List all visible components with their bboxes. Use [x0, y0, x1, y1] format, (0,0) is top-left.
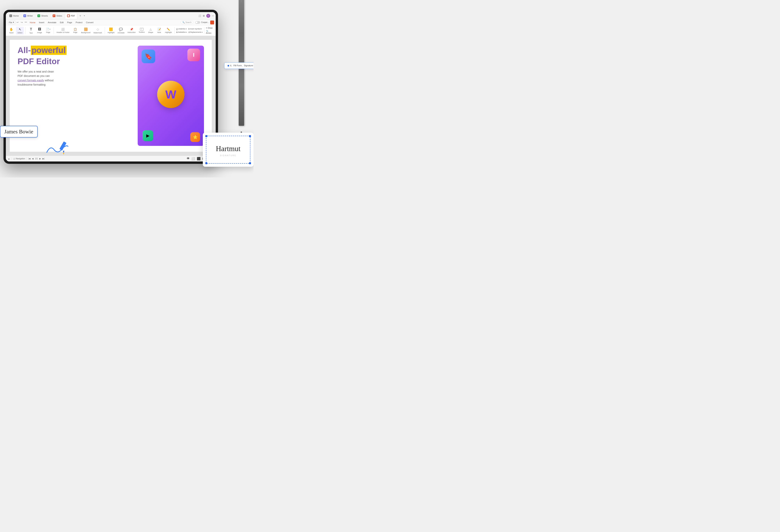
prev-page-button[interactable]: |◀ — [28, 157, 31, 160]
image-icon: 🖼 — [38, 28, 41, 31]
toolbar-image[interactable]: 🖼 Image — [36, 27, 44, 34]
signature-border-box: Hartmut SIGNATURE — [206, 136, 250, 163]
insert-symbol-button[interactable]: A Insert Symbol ▾ — [188, 28, 202, 30]
draw-label: Draw — [208, 27, 212, 29]
toolbar-select[interactable]: ↖ Select — [16, 27, 24, 35]
toolbar-note[interactable]: 📝 Note — [155, 27, 163, 34]
highlight-icon — [109, 28, 113, 31]
tab-writer[interactable]: W Writer — [21, 13, 35, 19]
background-label: Background — [81, 32, 91, 34]
tab-pdf[interactable]: 📄 PDF — [65, 13, 77, 19]
tab-dropdown[interactable]: ▾ — [84, 15, 85, 17]
textbox-label: Textbox — [139, 31, 145, 33]
content-area: All-powerful PDF Editor We offer you a n… — [6, 36, 216, 156]
menu-item-page[interactable]: Page — [65, 21, 74, 24]
toolbar-shape[interactable]: △ Shape — [147, 27, 154, 34]
tab-writer-label: Writer — [27, 15, 33, 17]
view-icon[interactable]: 👁 — [187, 157, 190, 160]
body-link: convert formats easily — [17, 79, 44, 82]
next-page-arrow[interactable]: ▶ — [39, 157, 41, 160]
toolbar-annotate[interactable]: 💬 Annotate — [116, 27, 126, 35]
shape-icon: △ — [150, 28, 152, 31]
file-menu-button[interactable]: File ▾ — [7, 20, 15, 24]
underline-label: Underline — [178, 28, 186, 30]
icon-star: ⭐ — [190, 132, 200, 142]
undo-redo-group: ↩ ↪ ••• — [16, 20, 28, 24]
replacements-button[interactable]: A Replacements ▾ — [189, 31, 203, 33]
hartmut-signature-text: Hartmut — [216, 143, 241, 154]
prev-page-arrow[interactable]: ◀ — [32, 157, 34, 160]
next-page-button[interactable]: ▶| — [43, 157, 45, 160]
menu-item-protect[interactable]: Protect — [74, 21, 84, 24]
file-label: File — [9, 21, 12, 23]
fill-dot — [228, 65, 229, 66]
draw-annex-group: ✏ Draw 📎 Annex — [206, 27, 214, 34]
deleteline-button[interactable]: A Deleteline ▾ — [176, 31, 187, 33]
fill-form-text: it、Fill Form、Signature — [230, 64, 253, 67]
annotate-icon: 💬 — [119, 28, 123, 31]
search-box[interactable]: 🔍 Search — [181, 21, 193, 24]
annex-button[interactable]: 📎 Annex — [206, 30, 214, 34]
tab-add-button[interactable]: + — [78, 13, 83, 18]
menu-item-annotate[interactable]: Annotate — [46, 21, 58, 24]
insert-symbol-icon: A — [188, 28, 190, 30]
search-placeholder: Search — [186, 21, 192, 23]
menu-item-edit[interactable]: Edit — [58, 21, 65, 24]
icon-play: ▶ — [143, 130, 153, 141]
watermark-icon: ◇ — [97, 28, 99, 31]
toolbar-page2[interactable]: 📋 Page — [71, 27, 79, 34]
toolbar-page[interactable]: 📄 ▾ Page — [44, 27, 52, 34]
note-icon: 📝 — [157, 28, 161, 31]
tab-pdf-label: PDF — [71, 15, 75, 17]
menu-home-label: Home — [30, 21, 35, 23]
user-avatar[interactable]: U — [206, 14, 210, 18]
underline-dropdown: ▾ — [186, 28, 187, 30]
background-icon — [84, 28, 88, 31]
more-options[interactable]: ••• — [24, 20, 28, 24]
toolbar-header-footer[interactable]: ⬜ Header & Footer — [55, 27, 70, 34]
menu-annotate-label: Annotate — [48, 21, 56, 23]
cooper-switch[interactable] — [195, 21, 200, 24]
toolbar-background[interactable]: Background — [80, 27, 92, 34]
toolbar-instruction[interactable]: 📌 Instruction — [126, 27, 137, 34]
navigation-toggle[interactable]: ⬜ Navigation — [13, 157, 25, 160]
toolbar-hand[interactable]: ✋ Hand — [7, 27, 15, 35]
tab-slides[interactable]: P Slides — [51, 13, 64, 19]
toolbar-highlight[interactable]: Highlight — [106, 27, 116, 34]
redo-button[interactable]: ↪ — [20, 20, 23, 24]
body-text3: without — [45, 79, 53, 82]
hartmut-signature-card: Hartmut SIGNATURE — [203, 133, 253, 167]
fit-page-icon[interactable]: ⬜ — [191, 157, 195, 160]
menu-edit-label: Edit — [60, 21, 63, 23]
grid-view-icon[interactable]: ⊞ — [203, 14, 205, 17]
page-canvas: All-powerful PDF Editor We offer you a n… — [6, 36, 216, 156]
underline-button[interactable]: U Underline ▾ — [176, 28, 187, 30]
red-action-button[interactable] — [210, 20, 214, 25]
annex-icon: 📎 — [206, 30, 208, 32]
toolbar: ✋ Hand ↖ Select T Text 🖼 Image — [6, 26, 216, 36]
writer-tab-icon: W — [23, 14, 26, 17]
tab-sheets[interactable]: S Sheets — [36, 13, 50, 19]
pdf-title-line1: All-powerful — [17, 46, 134, 55]
toolbar-text[interactable]: T Text — [27, 27, 35, 35]
undo-button[interactable]: ↩ — [16, 20, 19, 24]
tab-home[interactable]: ⌂ Home — [7, 13, 21, 19]
pdf-right-column: 🔖 I W ▶ ⭐ — [138, 46, 204, 146]
fit-width-icon[interactable]: ⬛ — [197, 157, 201, 160]
hand-label: Hand — [9, 32, 13, 34]
instruction-label: Instruction — [128, 32, 136, 33]
toolbar-highlight2[interactable]: ✏️ Highlight — [164, 27, 173, 34]
cooper-toggle[interactable]: Cooper... — [195, 21, 209, 24]
menu-item-home[interactable]: Home — [28, 21, 37, 24]
toggle-nav: ⬜ — [13, 158, 15, 160]
select-label: Select — [17, 32, 22, 34]
shape-label: Shape — [148, 32, 153, 33]
split-view-icon[interactable]: ⬜ — [198, 14, 201, 17]
draw-button[interactable]: ✏ Draw — [206, 27, 214, 29]
toolbar-textbox[interactable]: T Textbox — [138, 27, 146, 34]
minimize-icon[interactable]: — — [212, 14, 214, 17]
menu-item-convert[interactable]: Convert — [85, 21, 95, 24]
header-footer-label: Header & Footer — [56, 32, 69, 33]
menu-item-insert[interactable]: Insert — [38, 21, 46, 24]
toolbar-watermark[interactable]: ◇ Watermark — [92, 27, 103, 35]
